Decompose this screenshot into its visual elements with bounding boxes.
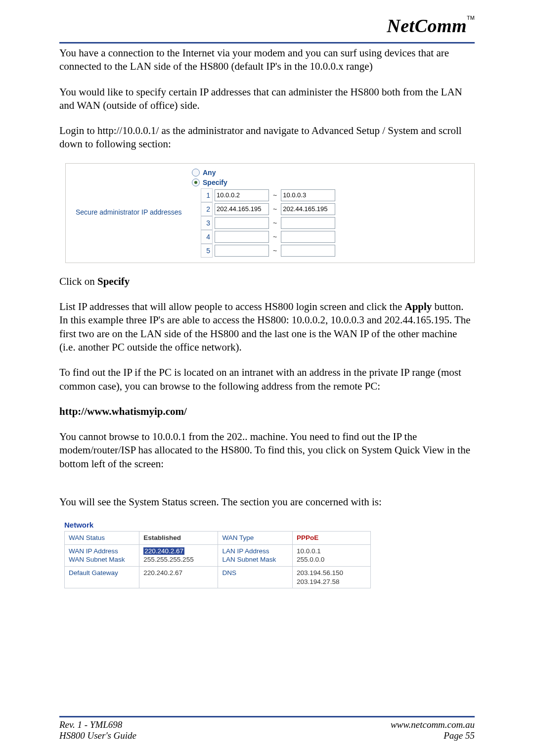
ip-row: 1 ~ — [201, 188, 337, 202]
dns-value: 203.194.56.150 203.194.27.58 — [293, 566, 371, 588]
row-index: 1 — [201, 188, 213, 202]
radio-specify-label: Specify — [203, 178, 227, 186]
brand-logo: NetCommTM — [387, 15, 475, 37]
table-row: WAN IP Address WAN Subnet Mask 220.240.2… — [65, 544, 371, 566]
page-footer: Rev. 1 - YML698 HS800 User's Guide www.n… — [59, 716, 475, 741]
footer-rule — [59, 716, 475, 717]
radio-any-row[interactable]: Any — [192, 169, 474, 177]
radio-any-label: Any — [203, 169, 216, 177]
lan-ip-value: 10.0.0.1 255.0.0.0 — [293, 544, 371, 566]
row-index: 2 — [201, 202, 213, 216]
row-index: 4 — [201, 230, 213, 244]
range-separator: ~ — [271, 202, 279, 216]
footer-url: www.netcomm.com.au — [391, 719, 475, 730]
paragraph: To find out the IP if the PC is located … — [59, 366, 475, 393]
footer-rev: Rev. 1 - YML698 — [59, 719, 136, 730]
range-separator: ~ — [271, 244, 279, 258]
wan-type-value: PPPoE — [293, 532, 371, 545]
row-index: 3 — [201, 216, 213, 230]
wan-ip-label: WAN IP Address WAN Subnet Mask — [65, 544, 139, 566]
brand-name: NetComm — [387, 15, 467, 36]
header-rule — [59, 42, 475, 44]
wan-ip-value: 220.240.2.67 255.255.255.255 — [139, 544, 218, 566]
paragraph: Login to http://10.0.0.1/ as the adminis… — [59, 124, 475, 151]
wan-status-label: WAN Status — [65, 532, 139, 545]
footer-guide: HS800 User's Guide — [59, 730, 136, 741]
ip-row: 4 ~ — [201, 230, 337, 244]
url-whatismyip: http://www.whatismyip.com/ — [59, 405, 475, 418]
lan-ip-label: LAN IP Address LAN Subnet Mask — [218, 544, 293, 566]
ip-range-table: 1 ~ 2 ~ 3 ~ — [201, 188, 337, 258]
gateway-value: 220.240.2.67 — [139, 566, 218, 588]
radio-checked-icon — [192, 178, 200, 186]
range-separator: ~ — [271, 188, 279, 202]
range-separator: ~ — [271, 216, 279, 230]
paragraph: You will see the System Status screen. T… — [59, 495, 475, 509]
range-separator: ~ — [271, 230, 279, 244]
ip-row: 2 ~ — [201, 202, 337, 216]
table-row: WAN Status Established WAN Type PPPoE — [65, 532, 371, 545]
wan-status-value: Established — [139, 532, 218, 545]
ip-row: 5 ~ — [201, 244, 337, 258]
ip-row: 3 ~ — [201, 216, 337, 230]
row-index: 5 — [201, 244, 213, 258]
ip-to-input[interactable] — [281, 203, 335, 215]
radio-specify-row[interactable]: Specify — [192, 178, 474, 186]
wan-type-label: WAN Type — [218, 532, 293, 545]
ip-to-input[interactable] — [281, 189, 335, 201]
ip-from-input[interactable] — [215, 217, 269, 229]
admin-ip-label: Secure administrator IP addresses — [76, 208, 189, 216]
footer-page: Page 55 — [391, 730, 475, 741]
ip-from-input[interactable] — [215, 245, 269, 257]
paragraph: You have a connection to the Internet vi… — [59, 46, 475, 74]
gateway-label: Default Gateway — [65, 566, 139, 588]
ip-from-input[interactable] — [215, 189, 269, 201]
paragraph: You cannot browse to 10.0.0.1 from the 2… — [59, 430, 475, 471]
paragraph: List IP addresses that will allow people… — [59, 300, 475, 354]
ip-from-input[interactable] — [215, 231, 269, 243]
paragraph: Click on Specify — [59, 275, 475, 288]
network-status-table: WAN Status Established WAN Type PPPoE WA… — [64, 531, 371, 588]
table-row: Default Gateway 220.240.2.67 DNS 203.194… — [65, 566, 371, 588]
dns-label: DNS — [218, 566, 293, 588]
ip-from-input[interactable] — [215, 203, 269, 215]
brand-tm: TM — [467, 15, 475, 21]
ip-to-input[interactable] — [281, 217, 335, 229]
network-heading: Network — [64, 521, 475, 529]
admin-ip-screenshot: Secure administrator IP addresses Any Sp… — [65, 163, 475, 263]
ip-to-input[interactable] — [281, 245, 335, 257]
paragraph: You would like to specify certain IP add… — [59, 86, 475, 113]
ip-to-input[interactable] — [281, 231, 335, 243]
radio-icon — [192, 169, 200, 177]
